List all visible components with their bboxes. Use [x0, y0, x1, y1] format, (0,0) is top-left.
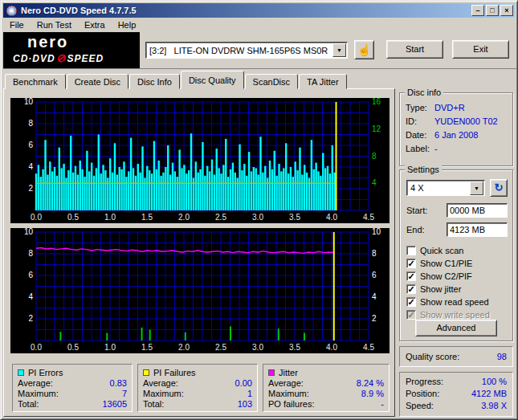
window-title: Nero CD-DVD Speed 4.7.7.5 — [21, 6, 470, 15]
checkbox-show-read-speed[interactable]: Show read speed — [406, 296, 489, 308]
svg-text:0.5: 0.5 — [67, 343, 79, 352]
position-label: Position: — [406, 388, 439, 400]
svg-text:4: 4 — [372, 292, 377, 301]
stat-label: Average: — [143, 378, 178, 389]
menu-item-extra[interactable]: Extra — [78, 18, 112, 32]
quality-score-panel: Quality score: 98 — [399, 346, 513, 367]
checkbox-show-jitter[interactable]: Show jitter — [406, 283, 461, 296]
drive-dropdown-button[interactable]: ▼ — [332, 43, 346, 57]
exit-button[interactable]: Exit — [452, 40, 509, 59]
end-field-row: End: — [406, 222, 508, 238]
quality-score-value: 98 — [497, 352, 507, 361]
stat-label: Total: — [18, 399, 39, 410]
app-window: Nero CD-DVD Speed 4.7.7.5 – □ × File Run… — [0, 0, 518, 420]
svg-text:2.0: 2.0 — [178, 213, 190, 222]
menu-item-file[interactable]: File — [3, 18, 31, 32]
svg-text:8: 8 — [372, 152, 377, 161]
svg-text:12: 12 — [372, 124, 381, 133]
checkbox-label: Quick scan — [420, 246, 463, 255]
settings-group-title: Settings — [405, 165, 442, 174]
stat-label: Maximum: — [18, 389, 59, 399]
svg-text:3.0: 3.0 — [252, 213, 263, 222]
stat-value: 7 — [122, 389, 127, 399]
tab-benchmark[interactable]: Benchmark — [5, 74, 66, 89]
checkbox-box — [406, 271, 416, 281]
hand-button[interactable]: ☝ — [354, 40, 374, 59]
pi-failures-stats-title: PI Failures — [153, 368, 196, 377]
tab-disc-info[interactable]: Disc Info — [129, 74, 180, 89]
disc-date-value: 6 Jan 2008 — [434, 128, 478, 142]
svg-text:2.5: 2.5 — [215, 343, 226, 352]
jitter-stats-title: Jitter — [279, 368, 298, 377]
tab-scandisc[interactable]: ScanDisc — [245, 74, 298, 89]
tab-create-disc[interactable]: Create Disc — [67, 74, 128, 89]
chevron-down-icon: ▼ — [336, 47, 342, 53]
stat-value: 0.83 — [110, 378, 127, 389]
stat-label: Total: — [143, 399, 164, 410]
svg-text:8: 8 — [28, 249, 33, 258]
stat-value: 0.00 — [235, 378, 252, 389]
app-icon — [6, 6, 17, 16]
tab-bar: BenchmarkCreate DiscDisc InfoDisc Qualit… — [5, 71, 348, 89]
disc-id-label: ID: — [406, 115, 434, 128]
close-button[interactable]: × — [500, 5, 513, 16]
svg-text:2: 2 — [372, 314, 377, 323]
disc-info-group: Disc info Type:DVD+R ID:YUDEN000 T02 Dat… — [399, 92, 513, 166]
svg-text:0.0: 0.0 — [31, 343, 42, 352]
quality-score-label: Quality score: — [406, 352, 459, 361]
svg-text:2.0: 2.0 — [178, 343, 190, 352]
progress-panel: Progress:100 % Position:4122 MB Speed:3.… — [399, 372, 513, 417]
svg-text:3.5: 3.5 — [289, 213, 300, 222]
menu-item-help[interactable]: Help — [112, 18, 143, 32]
start-button[interactable]: Start — [386, 40, 443, 59]
disc-info-group-title: Disc info — [405, 88, 443, 97]
start-position-input[interactable] — [447, 203, 508, 218]
maximize-button[interactable]: □ — [486, 5, 499, 16]
checkbox-box — [406, 297, 416, 307]
progress-label: Progress: — [406, 376, 443, 388]
minimize-button[interactable]: – — [471, 5, 484, 16]
stat-label: Maximum: — [143, 389, 184, 399]
pi-errors-vs-position: 0.00.51.01.52.02.53.03.54.04.52468104812… — [10, 98, 390, 223]
scan-speed-select[interactable]: 4 X ▼ — [406, 180, 485, 196]
pi-failures-color-swatch — [143, 369, 149, 376]
tab-ta-jitter[interactable]: TA Jitter — [299, 74, 347, 89]
stat-label: Maximum: — [268, 389, 309, 399]
stat-value: 8.24 % — [357, 378, 384, 389]
pi-failures-jitter-chart: 0.00.51.01.52.02.53.03.54.04.52468102468… — [10, 228, 390, 353]
stat-value: - — [381, 399, 384, 410]
cd-dvd-speed-logo-text: CD·DVD⊘SPEED — [13, 51, 140, 64]
svg-text:10: 10 — [24, 228, 34, 236]
pi-errors-color-swatch — [18, 369, 24, 376]
toolbar: nero CD·DVD⊘SPEED [3:2] LITE-ON DVDRW SH… — [3, 32, 516, 69]
start-field-label: Start: — [406, 206, 427, 215]
stat-label: Average: — [268, 378, 304, 389]
menu-bar: File Run Test Extra Help — [3, 18, 515, 32]
chevron-down-icon: ▼ — [474, 186, 479, 191]
checkbox-show-c1-pie[interactable]: Show C1/PIE — [406, 257, 472, 270]
svg-text:8: 8 — [28, 119, 33, 128]
svg-text:1.5: 1.5 — [141, 343, 153, 352]
checkbox-quick-scan[interactable]: Quick scan — [406, 244, 463, 257]
disc-type-value: DVD+R — [434, 101, 465, 115]
checkbox-label: Show write speed — [420, 310, 490, 320]
nero-logo-text: nero — [27, 33, 140, 51]
position-value: 4122 MB — [471, 388, 507, 400]
checkbox-label: Show C2/PIF — [420, 271, 472, 281]
checkbox-box — [406, 284, 416, 294]
refresh-speeds-button[interactable]: ↻ — [490, 179, 508, 197]
disc-label-label: Label: — [406, 142, 434, 156]
menu-item-run-test[interactable]: Run Test — [31, 18, 78, 32]
checkbox-label: Show read speed — [420, 297, 489, 307]
advanced-button[interactable]: Advanced — [415, 320, 497, 336]
svg-text:2.5: 2.5 — [215, 213, 226, 222]
drive-selector[interactable]: [3:2] LITE-ON DVDRW SHM-165P6S MS0R ▼ — [145, 42, 348, 59]
checkbox-show-c2-pif[interactable]: Show C2/PIF — [406, 270, 472, 283]
tab-disc-quality[interactable]: Disc Quality — [181, 71, 244, 89]
svg-text:0.0: 0.0 — [31, 213, 42, 222]
end-position-input[interactable] — [447, 222, 508, 237]
jitter-color-swatch — [268, 369, 275, 376]
speed-dropdown-button[interactable]: ▼ — [470, 181, 483, 195]
svg-text:6: 6 — [372, 271, 377, 279]
svg-text:1.5: 1.5 — [141, 213, 153, 222]
